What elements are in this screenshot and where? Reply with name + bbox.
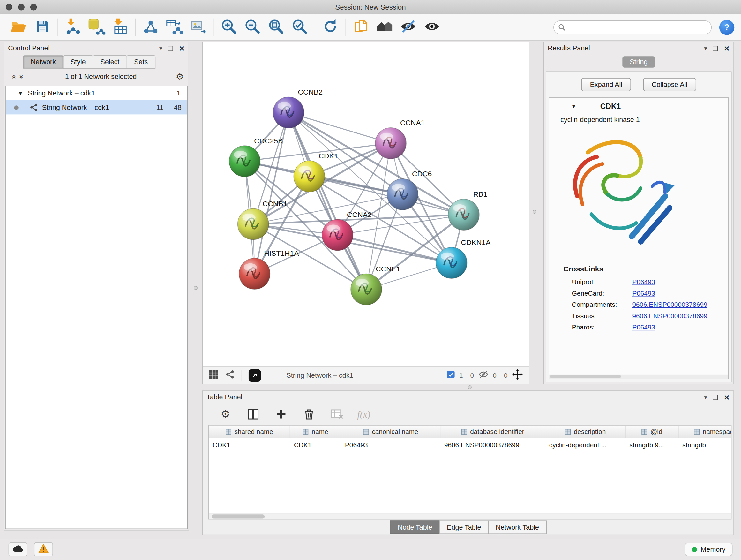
crosslink-link[interactable]: 9606.ENSP00000378699 xyxy=(632,312,707,320)
splitter-handle[interactable] xyxy=(533,210,536,214)
add-column-icon[interactable] xyxy=(273,407,288,422)
tab-sets[interactable]: Sets xyxy=(127,55,155,68)
network-node-CDC6[interactable]: CDC6 xyxy=(387,170,432,210)
tab-select[interactable]: Select xyxy=(93,55,127,68)
splitter-handle[interactable] xyxy=(194,286,198,290)
home-button[interactable] xyxy=(373,16,396,39)
panel-close-icon[interactable]: ✕ xyxy=(179,45,185,52)
refresh-view-button[interactable] xyxy=(319,16,342,39)
splitter-handle[interactable] xyxy=(468,385,472,389)
new-network-button[interactable] xyxy=(139,16,162,39)
column-header[interactable]: database identifier xyxy=(441,426,545,438)
save-session-button[interactable] xyxy=(30,16,54,39)
show-columns-icon[interactable] xyxy=(246,407,261,422)
table-cell: CDK1 xyxy=(290,441,341,449)
memory-button[interactable]: Memory xyxy=(684,543,732,556)
toolbar-separator xyxy=(213,18,213,36)
network-node-CDK1[interactable]: CDK1 xyxy=(293,152,338,192)
search-input[interactable] xyxy=(553,20,712,34)
crosslink-link[interactable]: P06493 xyxy=(632,323,655,331)
panel-close-icon[interactable]: ✕ xyxy=(724,394,730,401)
export-image-button[interactable] xyxy=(186,16,210,39)
selected-checkbox-icon[interactable] xyxy=(447,370,455,380)
crosslink-row: Uniprot: P06493 xyxy=(549,276,728,288)
warnings-button[interactable] xyxy=(34,543,53,557)
panel-menu-icon[interactable]: ▾ xyxy=(159,45,162,51)
hidden-eye-slash-icon[interactable] xyxy=(478,370,488,380)
zoom-in-button[interactable] xyxy=(217,16,241,39)
new-network-from-table-button[interactable] xyxy=(162,16,186,39)
zoom-out-button[interactable] xyxy=(241,16,264,39)
scrollbar-thumb[interactable] xyxy=(212,514,265,518)
eye-icon xyxy=(423,17,441,37)
import-network-from-file-button[interactable] xyxy=(61,16,84,39)
birds-eye-view-icon[interactable] xyxy=(208,369,219,381)
network-node-CCNB1[interactable]: CCNB1 xyxy=(238,199,287,240)
table-horizontal-scrollbar[interactable] xyxy=(209,513,731,519)
help-button[interactable]: ? xyxy=(719,19,734,35)
collapse-all-button[interactable]: Collapse All xyxy=(643,78,696,91)
tab-node-table[interactable]: Node Table xyxy=(390,520,440,534)
collapse-all-icon[interactable]: » xyxy=(18,72,26,81)
crosslink-link[interactable]: P06493 xyxy=(632,278,655,286)
window-minimize-button[interactable] xyxy=(18,4,24,10)
tab-edge-table[interactable]: Edge Table xyxy=(440,520,488,534)
column-header[interactable]: description xyxy=(545,426,626,438)
expand-all-button[interactable]: Expand All xyxy=(582,78,631,91)
network-node-CDKN1A[interactable]: CDKN1A xyxy=(436,238,491,278)
window-close-button[interactable] xyxy=(6,4,12,10)
network-node-HIST1H1A[interactable]: HIST1H1A xyxy=(239,249,299,289)
expand-all-icon[interactable]: » xyxy=(9,72,17,81)
panel-float-icon[interactable] xyxy=(713,46,718,51)
graphics-details-icon[interactable] xyxy=(225,370,235,381)
network-node-CCNA1[interactable]: CCNA1 xyxy=(375,118,425,159)
network-name: String Network – cdk1 xyxy=(286,371,353,379)
table-settings-gear-icon[interactable]: ⚙ xyxy=(218,407,233,422)
panel-menu-icon[interactable]: ▾ xyxy=(704,45,707,51)
results-scrollbar[interactable] xyxy=(549,374,728,379)
column-header[interactable]: shared name xyxy=(209,426,290,438)
network-node-CCNB2[interactable]: CCNB2 xyxy=(273,88,323,128)
window-zoom-button[interactable] xyxy=(30,4,37,10)
crosslinks-heading: CrossLinks xyxy=(563,265,728,273)
network-row-selected[interactable]: String Network – cdk1 11 48 xyxy=(6,100,187,114)
delete-table-icon[interactable] xyxy=(329,407,344,422)
tab-network-table[interactable]: Network Table xyxy=(488,520,547,534)
function-builder-icon[interactable]: f(x) xyxy=(357,407,370,422)
panel-close-icon[interactable]: ✕ xyxy=(724,45,730,52)
gene-section: ▼ CDK1 cyclin-dependent kinase 1 xyxy=(549,98,729,379)
crosslink-label: Uniprot: xyxy=(572,278,632,286)
network-node-RB1[interactable]: RB1 xyxy=(448,190,488,230)
network-canvas[interactable]: CCNB2CCNA1CDC25BCDK1CDC6RB1CCNB1CCNA2CDK… xyxy=(203,42,529,366)
network-collection-row[interactable]: ▼ String Network – cdk1 1 xyxy=(6,86,187,100)
column-header[interactable]: name xyxy=(290,426,341,438)
panel-menu-icon[interactable]: ▾ xyxy=(704,394,707,400)
crosslink-link[interactable]: P06493 xyxy=(632,289,655,297)
tab-string[interactable]: String xyxy=(622,56,655,68)
hide-selected-button[interactable] xyxy=(396,16,420,39)
crosslink-link[interactable]: 9606.ENSP00000378699 xyxy=(632,301,707,308)
table-row[interactable]: CDK1 CDK1 P06493 9606.ENSP00000378699 cy… xyxy=(209,438,732,451)
panel-float-icon[interactable] xyxy=(713,395,718,400)
collapse-triangle-icon[interactable]: ▼ xyxy=(18,90,23,96)
delete-column-trash-icon[interactable] xyxy=(301,407,317,422)
import-network-from-database-button[interactable] xyxy=(84,16,108,39)
detach-view-button[interactable] xyxy=(249,369,261,381)
edge-count: 48 xyxy=(174,104,182,111)
show-all-button[interactable] xyxy=(420,16,444,39)
tab-style[interactable]: Style xyxy=(63,55,93,68)
tab-network[interactable]: Network xyxy=(23,55,64,68)
copy-document-button[interactable] xyxy=(349,16,373,39)
gear-icon[interactable]: ⚙ xyxy=(176,72,184,81)
open-session-button[interactable] xyxy=(7,16,30,39)
cloud-status-button[interactable] xyxy=(9,543,27,557)
zoom-selected-button[interactable] xyxy=(288,16,312,39)
import-table-from-file-button[interactable] xyxy=(108,16,132,39)
section-collapse-icon[interactable]: ▼ xyxy=(571,103,577,110)
column-header[interactable]: canonical name xyxy=(341,426,441,438)
column-header[interactable]: @id xyxy=(626,426,679,438)
zoom-fit-button[interactable] xyxy=(264,16,288,39)
fit-content-icon[interactable] xyxy=(512,369,523,381)
panel-float-icon[interactable] xyxy=(168,46,173,51)
column-header[interactable]: namespace xyxy=(679,426,732,438)
